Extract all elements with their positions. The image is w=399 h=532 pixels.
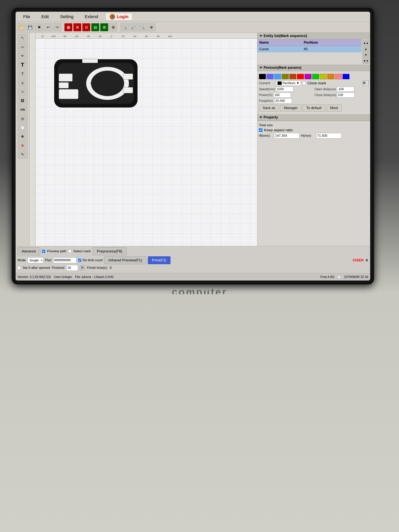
- width-input[interactable]: [274, 133, 299, 139]
- tool-spiral[interactable]: ◎: [18, 114, 28, 123]
- scroll-top[interactable]: ▲▲: [362, 40, 369, 46]
- toolbar-zoom-in[interactable]: 🔍: [120, 23, 129, 31]
- color-orange[interactable]: [327, 74, 334, 79]
- col-name: Name: [257, 39, 302, 46]
- toolbar-hatch[interactable]: ▦: [64, 23, 72, 31]
- select-mark-checkbox[interactable]: [68, 250, 71, 253]
- tool-pointer[interactable]: ↖: [18, 34, 28, 42]
- to-default-button[interactable]: To default: [303, 105, 325, 111]
- menu-extend[interactable]: Extend: [79, 13, 104, 21]
- svg-rect-5: [59, 74, 72, 82]
- aspect-ratio-row: Keep aspect ratio: [259, 128, 369, 132]
- menu-setting[interactable]: Setting: [54, 13, 79, 21]
- color-orange-dark[interactable]: [289, 74, 296, 79]
- toolbar-hatch5[interactable]: ⊠: [100, 23, 108, 31]
- tool-pen[interactable]: ✏: [18, 52, 28, 60]
- tool-move[interactable]: ✥: [18, 133, 28, 141]
- print-button[interactable]: Print(F2): [148, 256, 171, 264]
- speed-input[interactable]: [276, 87, 293, 92]
- entity-scroll[interactable]: Name PenNum Curve #0: [257, 39, 361, 64]
- color-pink[interactable]: [335, 74, 342, 79]
- entity-row[interactable]: Curve #0: [257, 46, 361, 53]
- toolbar-grid[interactable]: ⊞: [109, 23, 117, 31]
- infrared-button[interactable]: Infrared Preview(F1): [104, 256, 146, 264]
- toolbar-hatch2[interactable]: ⊞: [73, 23, 82, 31]
- toolbar-zoom-fit[interactable]: 🔎: [129, 23, 138, 31]
- mode-select[interactable]: Single: [27, 257, 44, 263]
- tool-pencil[interactable]: ✎: [18, 150, 28, 158]
- tool-text-big[interactable]: T: [18, 61, 28, 69]
- preprocess-button[interactable]: Preprocess(F8): [93, 247, 127, 255]
- toolbar-hatch3[interactable]: ⊟: [82, 23, 90, 31]
- menu-file[interactable]: File: [18, 13, 36, 21]
- scroll-bottom[interactable]: ▼▼: [362, 58, 369, 64]
- set0-checkbox[interactable]: [18, 266, 21, 269]
- bottom-row3: Set 0 after opened Finished R Finish tim…: [18, 265, 368, 271]
- manager-button[interactable]: Manager: [280, 105, 301, 111]
- finished-input[interactable]: [66, 265, 78, 271]
- color-blue[interactable]: [342, 74, 349, 79]
- color-blue-light[interactable]: [274, 74, 281, 79]
- freq-input[interactable]: [274, 98, 292, 103]
- color-black[interactable]: [259, 74, 266, 79]
- scroll-up[interactable]: ▲: [362, 46, 369, 52]
- power-input[interactable]: [273, 93, 291, 98]
- tool-text-small[interactable]: T: [18, 70, 28, 78]
- pennum-dropdown[interactable]: PenNum ▼: [276, 81, 301, 86]
- toolbar-delete[interactable]: ✖: [35, 23, 43, 31]
- toolbar-zoom-out[interactable]: 🔍: [138, 23, 146, 31]
- toolbar-undo[interactable]: ↩: [44, 23, 52, 31]
- login-icon: 👤: [110, 14, 115, 19]
- tool-image[interactable]: 🖼: [18, 97, 28, 105]
- status-bar: Version: 3.1.63.69(2.53) User:Unlogin Fi…: [16, 273, 370, 280]
- menu-edit[interactable]: Edit: [36, 13, 54, 21]
- toolbar: 📂 💾 ✖ ↩ ↪ ▦ ⊞ ⊟ ▤ ⊠ ⊞ 🔍 🔎 🔍 ⊕: [16, 22, 370, 33]
- pen-settings-icon[interactable]: ⚙: [362, 81, 369, 86]
- color-olive[interactable]: [282, 74, 289, 79]
- color-yellow[interactable]: [320, 74, 327, 79]
- save-as-button[interactable]: Save as: [259, 105, 279, 111]
- toolbar-save[interactable]: 💾: [26, 23, 34, 31]
- advance-button[interactable]: Advance: [18, 247, 40, 255]
- open-delay-input[interactable]: [337, 87, 354, 92]
- menu-login[interactable]: 👤 Login: [106, 13, 133, 20]
- close-delay-input[interactable]: [337, 93, 355, 98]
- entity-table: Name PenNum Curve #0: [257, 39, 361, 53]
- collapse-icon: [259, 35, 262, 37]
- scroll-down[interactable]: ▼: [362, 52, 369, 58]
- design-container: [53, 58, 139, 109]
- machine-bottom: ✦ ✦ TBK 958A 全自动激光拆屏机 958A Automatic Las…: [0, 294, 399, 532]
- pennum-collapse-icon: [259, 67, 262, 69]
- svg-rect-4: [59, 89, 78, 99]
- toolbar-zoom-select[interactable]: ⊕: [147, 23, 155, 31]
- preview-path-checkbox[interactable]: [42, 250, 45, 253]
- toolbar-open[interactable]: 📂: [17, 23, 25, 31]
- color-green[interactable]: [312, 74, 319, 79]
- entity-list-container: Name PenNum Curve #0: [257, 39, 370, 64]
- canvas-area[interactable]: -120 -100 -80 -60 -40 -20 0 20 40 60 80 …: [30, 33, 257, 246]
- color-red[interactable]: [297, 74, 304, 79]
- total-size-row: Total size: [259, 123, 369, 127]
- bottom-row1: Advance Preview path Select mark Preproc…: [18, 247, 368, 255]
- close-mark-checkbox[interactable]: [302, 82, 306, 85]
- tool-target[interactable]: ⊕: [18, 141, 28, 150]
- tool-clock[interactable]: 🕐: [18, 124, 28, 132]
- color-purple[interactable]: [266, 74, 273, 79]
- tool-vin[interactable]: V/N: [18, 106, 28, 114]
- tool-select-rect[interactable]: ▭: [18, 43, 28, 51]
- no-limit-checkbox[interactable]: [78, 259, 81, 262]
- left-toolbar: ↖ ▭ ✏ T T ||| ⊡ 🖼 V/N ◎ 🕐 ✥ ⊕ ✎: [16, 33, 30, 246]
- height-input[interactable]: [316, 133, 342, 139]
- toolbar-hatch4[interactable]: ▤: [91, 23, 99, 31]
- clock-icon: 🕐: [337, 275, 341, 279]
- tool-barcode2[interactable]: ⊡: [18, 88, 28, 96]
- scroll-buttons: ▲▲ ▲ ▼ ▼▼: [361, 39, 370, 64]
- plan-input[interactable]: [53, 257, 76, 263]
- aspect-ratio-checkbox[interactable]: [259, 128, 262, 132]
- more-button[interactable]: More: [326, 105, 342, 111]
- entity-list-header: Entity list(Mark sequence): [257, 33, 370, 39]
- design-svg: [53, 58, 139, 109]
- toolbar-redo[interactable]: ↪: [53, 23, 61, 31]
- tool-barcode[interactable]: |||: [18, 79, 28, 87]
- color-magenta[interactable]: [304, 74, 311, 79]
